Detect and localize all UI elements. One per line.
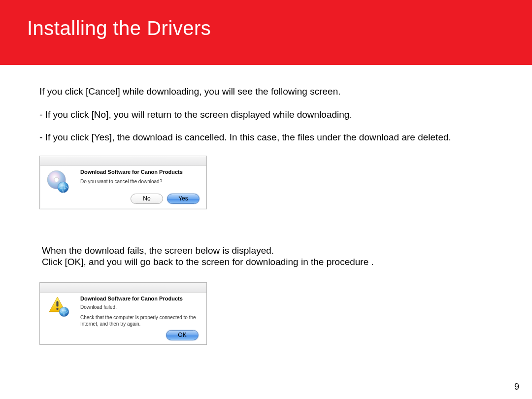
dialog-titlebar [40, 156, 206, 166]
svg-point-5 [59, 307, 69, 317]
disc-globe-icon [45, 169, 71, 196]
dialog-title: Download Software for Canon Products [80, 296, 183, 301]
yes-button[interactable]: Yes [167, 194, 200, 204]
document-page: Installing the Drivers If you click [Can… [0, 0, 532, 399]
cancel-download-dialog: Download Software for Canon Products Do … [39, 156, 207, 209]
svg-point-4 [56, 308, 59, 310]
dialog-title: Download Software for Canon Products [80, 169, 183, 175]
svg-rect-3 [56, 301, 58, 306]
paragraph-intro: If you click [Cancel] while downloading,… [39, 86, 340, 98]
download-failed-dialog: Download Software for Canon Products Dow… [39, 282, 207, 345]
ok-button[interactable]: OK [166, 330, 199, 340]
warning-globe-icon [48, 296, 71, 319]
dialog-message: Do you want to cancel the download? [80, 179, 162, 184]
page-number: 9 [514, 382, 519, 392]
dialog-fail-line: Download failed. [80, 304, 117, 310]
dialog-titlebar [40, 283, 206, 293]
paragraph-yes: - If you click [Yes], the download is ca… [39, 132, 451, 143]
page-title: Installing the Drivers [27, 17, 211, 39]
svg-point-1 [54, 177, 59, 182]
paragraph-fail-intro: When the download fails, the screen belo… [42, 245, 274, 257]
no-button[interactable]: No [131, 194, 163, 204]
svg-point-2 [58, 182, 68, 193]
dialog-advice-line: Check that the computer is properly conn… [80, 314, 199, 327]
paragraph-no: - If you click [No], you will return to … [39, 109, 352, 121]
paragraph-ok: Click [OK], and you will go back to the … [42, 257, 374, 268]
header-band: Installing the Drivers [0, 0, 532, 65]
